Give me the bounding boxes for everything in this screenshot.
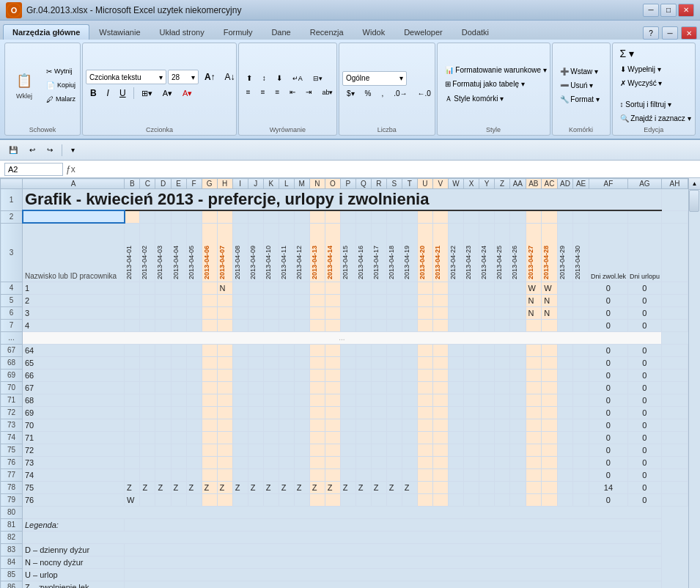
decimal-less-button[interactable]: ←.0 — [413, 87, 435, 100]
cell-styles-button[interactable]: Ａ Style komórki ▾ — [441, 92, 551, 106]
tab-narzedzia[interactable]: Narzędzia główne — [3, 24, 89, 40]
conditional-format-button[interactable]: 📊 Formatowanie warunkowe ▾ — [441, 64, 551, 76]
orientation-button[interactable]: ab▾ — [317, 86, 337, 98]
cell-reference-box[interactable]: A2 — [4, 163, 63, 176]
cell-m2[interactable] — [294, 210, 309, 223]
italic-button[interactable]: I — [103, 86, 114, 100]
ribbon-close-button[interactable]: ✕ — [681, 26, 697, 40]
cell-w2[interactable] — [448, 210, 463, 223]
customize-quick-button[interactable]: ▾ — [67, 144, 79, 156]
tab-deweloper[interactable]: Deweloper — [394, 24, 452, 40]
vertical-scrollbar[interactable]: ▲ ▼ — [688, 178, 700, 588]
redo-quick-button[interactable]: ↪ — [43, 144, 57, 156]
cell-p2[interactable] — [340, 210, 355, 223]
align-right-button[interactable]: ≡ — [271, 86, 284, 98]
cell-a2[interactable] — [23, 210, 125, 223]
format-painter-button[interactable]: 🖊 Malarz — [42, 93, 80, 106]
tab-dane[interactable]: Dane — [262, 24, 300, 40]
indent-less-button[interactable]: ⇤ — [285, 86, 300, 98]
cell-n2[interactable] — [309, 210, 325, 223]
decimal-more-button[interactable]: .0→ — [389, 87, 411, 100]
cell-j2[interactable] — [248, 210, 263, 223]
cell-k2[interactable] — [263, 210, 279, 223]
align-top-button[interactable]: ⬆ — [242, 72, 257, 84]
cell-s2[interactable] — [386, 210, 402, 223]
cell-v2[interactable] — [432, 210, 448, 223]
format-button[interactable]: 🔧 Format ▾ — [556, 93, 604, 106]
border-button[interactable]: ⊞▾ — [137, 87, 157, 100]
cell-d2[interactable] — [155, 210, 171, 223]
clear-button[interactable]: ✗ Wyczyść ▾ — [616, 77, 667, 89]
cell-h2[interactable] — [217, 210, 232, 223]
font-name-dropdown[interactable]: Czcionka tekstu▾ — [86, 70, 166, 84]
font-grow-button[interactable]: A↑ — [200, 70, 220, 84]
formula-input[interactable] — [78, 165, 696, 174]
cell-a4[interactable]: 1 — [23, 282, 125, 294]
font-size-dropdown[interactable]: 28▾ — [168, 70, 199, 84]
font-shrink-button[interactable]: A↓ — [221, 70, 240, 84]
fill-color-button[interactable]: A▾ — [158, 87, 177, 100]
tab-dodatki[interactable]: Dodatki — [452, 24, 498, 40]
tab-widok[interactable]: Widok — [353, 24, 395, 40]
cell-i2[interactable] — [232, 210, 248, 223]
tab-wstawianie[interactable]: Wstawianie — [89, 24, 150, 40]
align-left-button[interactable]: ≡ — [242, 86, 255, 98]
cell-g2[interactable] — [202, 210, 217, 223]
delete-button[interactable]: ➖ Usuń ▾ — [556, 79, 604, 92]
cell-x2[interactable] — [463, 210, 479, 223]
minimize-button[interactable]: ─ — [643, 4, 659, 17]
merge-button[interactable]: ⊟▾ — [309, 72, 327, 84]
align-bottom-button[interactable]: ⬇ — [272, 72, 287, 84]
cell-f2[interactable] — [186, 210, 202, 223]
cell-ad2[interactable] — [557, 210, 573, 223]
ribbon-help-button[interactable]: ? — [643, 26, 659, 40]
bold-button[interactable]: B — [86, 86, 101, 100]
maximize-button[interactable]: □ — [660, 4, 677, 17]
tab-formuly[interactable]: Formuły — [214, 24, 262, 40]
scroll-up-button[interactable]: ▲ — [689, 178, 700, 190]
align-center-button[interactable]: ≡ — [257, 86, 270, 98]
cell-u2[interactable] — [417, 210, 432, 223]
cell-aa2[interactable] — [510, 210, 526, 223]
undo-quick-button[interactable]: ↩ — [25, 144, 40, 156]
sum-button[interactable]: Σ ▾ — [616, 45, 667, 62]
fill-button[interactable]: ⬇ Wypełnij ▾ — [616, 63, 667, 76]
sort-filter-button[interactable]: ↕ Sortuj i filtruj ▾ — [616, 98, 692, 111]
cell-af2[interactable] — [589, 210, 627, 223]
copy-button[interactable]: 📄 Kopiuj — [42, 79, 80, 92]
cut-button[interactable]: ✂ Wytnij — [42, 65, 80, 78]
underline-button[interactable]: U — [115, 86, 130, 100]
cell-y2[interactable] — [479, 210, 495, 223]
paste-button[interactable]: 📋 Wklej — [8, 67, 40, 103]
cell-z2[interactable] — [495, 210, 510, 223]
font-color-button[interactable]: A▾ — [178, 87, 196, 100]
tab-uklad[interactable]: Układ strony — [150, 24, 214, 40]
cell-e2[interactable] — [171, 210, 186, 223]
number-format-dropdown[interactable]: Ogólne▾ — [342, 71, 407, 86]
cell-ah2[interactable] — [661, 210, 688, 223]
cell-t2[interactable] — [402, 210, 417, 223]
cell-l2[interactable] — [279, 210, 294, 223]
cell-ac2[interactable] — [542, 210, 558, 223]
currency-button[interactable]: $▾ — [342, 87, 359, 100]
ribbon-min-button[interactable]: ─ — [662, 26, 678, 40]
find-select-button[interactable]: 🔍 Znajdź i zaznacz ▾ — [616, 112, 692, 125]
insert-button[interactable]: ➕ Wstaw ▾ — [556, 65, 604, 78]
close-button[interactable]: ✕ — [678, 4, 694, 17]
percent-button[interactable]: % — [361, 87, 376, 100]
thousands-button[interactable]: , — [377, 87, 388, 100]
cell-q2[interactable] — [355, 210, 371, 223]
align-middle-button[interactable]: ↕ — [258, 72, 270, 84]
save-quick-button[interactable]: 💾 — [4, 144, 22, 156]
wrap-text-button[interactable]: ↵A — [288, 72, 307, 84]
cell-r2[interactable] — [371, 210, 386, 223]
grid-scroll-area[interactable]: A B C D E F G H I J K L M N — [0, 178, 688, 588]
indent-more-button[interactable]: ⇥ — [301, 86, 316, 98]
cell-o2[interactable] — [325, 210, 340, 223]
tab-recenzja[interactable]: Recenzja — [301, 24, 353, 40]
cell-ae2[interactable] — [573, 210, 589, 223]
cell-b2-weekend[interactable] — [125, 210, 140, 223]
cell-c2[interactable] — [140, 210, 155, 223]
cell-ag2[interactable] — [627, 210, 661, 223]
scroll-thumb[interactable] — [689, 190, 699, 212]
